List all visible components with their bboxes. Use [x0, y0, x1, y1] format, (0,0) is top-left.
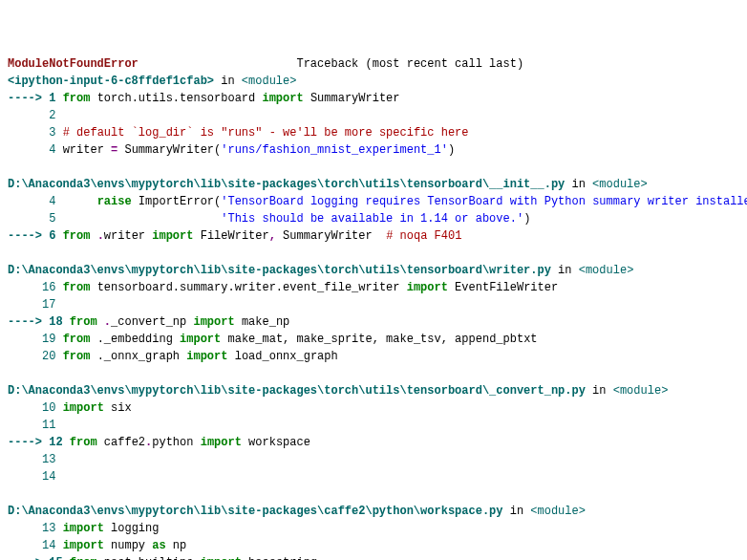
arrow-icon: ---->	[8, 556, 49, 560]
exception-name: ModuleNotFoundError	[8, 57, 139, 71]
lineno: 4	[49, 195, 55, 208]
arrow-icon: ---->	[8, 92, 49, 105]
frame-path: D:\Anaconda3\envs\mypytorch\lib\site-pac…	[8, 505, 502, 518]
lineno: 19	[42, 333, 55, 346]
comment: # default `log_dir` is "runs" - we'll be…	[63, 126, 469, 140]
frame-module: <module>	[579, 264, 634, 277]
lineno: 16	[42, 281, 55, 294]
lineno: 18	[49, 315, 62, 329]
lineno: 5	[49, 212, 55, 226]
frame-location: <ipython-input-6-c8ffdef1cfab>	[8, 75, 214, 88]
lineno: 1	[49, 92, 55, 105]
lineno: 17	[42, 298, 55, 312]
frame-path: D:\Anaconda3\envs\mypytorch\lib\site-pac…	[8, 384, 586, 398]
lineno: 13	[42, 453, 55, 466]
arrow-icon: ---->	[8, 229, 49, 243]
lineno: 20	[42, 350, 55, 363]
arrow-icon: ---->	[8, 436, 49, 449]
lineno: 3	[49, 126, 55, 140]
traceback-header: Traceback (most recent call last)	[296, 57, 523, 71]
frame-module: <module>	[242, 75, 297, 88]
lineno: 2	[49, 109, 55, 122]
lineno: 15	[49, 556, 62, 560]
lineno: 10	[42, 401, 55, 415]
frame-module: <module>	[592, 178, 648, 191]
arrow-icon: ---->	[8, 315, 49, 329]
lineno: 12	[49, 436, 62, 449]
frame-module: <module>	[613, 384, 669, 398]
frame-module: <module>	[530, 505, 586, 518]
lineno: 11	[42, 419, 55, 432]
frame-path: D:\Anaconda3\envs\mypytorch\lib\site-pac…	[8, 178, 565, 191]
lineno: 14	[42, 470, 55, 484]
lineno: 6	[49, 229, 55, 243]
lineno: 4	[49, 143, 55, 157]
frame-path: D:\Anaconda3\envs\mypytorch\lib\site-pac…	[8, 264, 551, 277]
lineno: 14	[42, 539, 55, 552]
lineno: 13	[42, 522, 55, 535]
traceback-output: ModuleNotFoundError Traceback (most rece…	[8, 55, 739, 560]
